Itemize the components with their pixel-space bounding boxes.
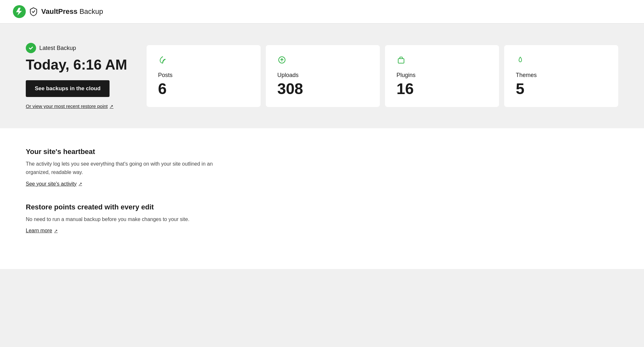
external-link-icon: ↗ [110, 104, 113, 109]
themes-value: 5 [516, 81, 607, 97]
app-title: VaultPress Backup [41, 7, 103, 16]
uploads-icon [277, 55, 368, 67]
site-activity-link[interactable]: See your site's activity ↗ [26, 181, 82, 187]
themes-label: Themes [516, 72, 607, 79]
plugins-value: 16 [397, 81, 487, 97]
learn-more-link[interactable]: Learn more ↗ [26, 228, 58, 234]
plugins-label: Plugins [397, 72, 487, 79]
heartbeat-title: Your site's heartbeat [26, 148, 618, 156]
svg-rect-2 [398, 59, 404, 63]
check-icon [26, 43, 36, 53]
vaultpress-shield-icon [29, 7, 38, 16]
restore-section: Restore points created with every edit N… [26, 203, 618, 234]
latest-backup-label: Latest Backup [26, 43, 127, 53]
leaf-icon [158, 55, 249, 67]
posts-label: Posts [158, 72, 249, 79]
themes-icon [516, 55, 607, 67]
backup-info: Latest Backup Today, 6:16 AM See backups… [26, 43, 127, 109]
heartbeat-section: Your site's heartbeat The activity log l… [26, 148, 618, 187]
stat-card-plugins: Plugins 16 [385, 45, 499, 107]
latest-backup-text: Latest Backup [39, 45, 76, 52]
uploads-label: Uploads [277, 72, 368, 79]
heartbeat-description: The activity log lets you see everything… [26, 160, 219, 176]
jetpack-logo-icon [13, 5, 26, 18]
stats-grid: Posts 6 Uploads 308 [147, 45, 618, 107]
external-icon: ↗ [79, 181, 82, 186]
stat-card-uploads: Uploads 308 [266, 45, 380, 107]
info-sections: Your site's heartbeat The activity log l… [0, 128, 644, 269]
stat-card-themes: Themes 5 [504, 45, 618, 107]
uploads-value: 308 [277, 81, 368, 97]
restore-link[interactable]: Or view your most recent restore point ↗ [26, 103, 127, 109]
logo-area: VaultPress Backup [13, 5, 103, 18]
posts-value: 6 [158, 81, 249, 97]
backup-time: Today, 6:16 AM [26, 57, 127, 72]
restore-description: No need to run a manual backup before yo… [26, 215, 219, 224]
learn-more-external-icon: ↗ [54, 228, 58, 233]
backup-section: Latest Backup Today, 6:16 AM See backups… [0, 24, 644, 128]
backup-inner: Latest Backup Today, 6:16 AM See backups… [0, 43, 644, 109]
see-backups-button[interactable]: See backups in the cloud [26, 80, 110, 97]
stat-card-posts: Posts 6 [147, 45, 261, 107]
restore-title: Restore points created with every edit [26, 203, 618, 211]
app-header: VaultPress Backup [0, 0, 644, 24]
plugins-icon [397, 55, 487, 67]
